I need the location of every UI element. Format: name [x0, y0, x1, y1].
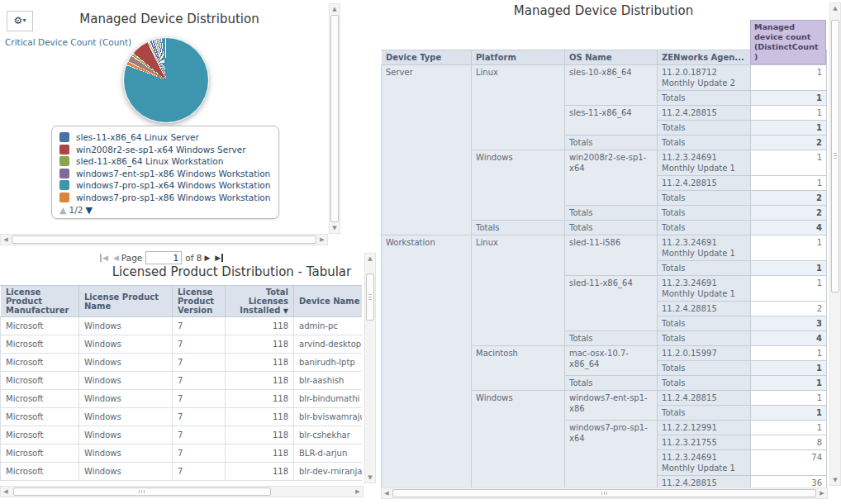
managed-panel-vertical-scrollbar[interactable]: ▲ ▼: [829, 2, 841, 486]
scroll-right-icon[interactable]: ▶: [353, 487, 363, 497]
scrollbar-thumb[interactable]: [13, 487, 271, 496]
legend-swatch-icon: [59, 193, 69, 202]
table-cell: Microsoft: [1, 463, 79, 481]
legend-item-label: windows7-ent-sp1-x86 Windows Workstation: [76, 169, 270, 178]
licensed-panel-horizontal-scrollbar[interactable]: ◀ ▶: [0, 486, 363, 497]
managed-device-panel: Managed Device Distribution Device Type …: [381, 0, 841, 504]
legend-swatch-icon: [59, 180, 69, 190]
table-cell: 11.2.3.24691 Monthly Update 1: [658, 276, 751, 302]
table-cell: blr-bindumathi: [294, 390, 363, 408]
pie-panel-horizontal-scrollbar[interactable]: ◀ ▶: [0, 234, 328, 245]
table-cell: banirudh-lptp: [294, 354, 363, 372]
gear-icon: ⚙: [14, 15, 23, 26]
managed-panel-horizontal-scrollbar[interactable]: ◀ ▶: [381, 487, 828, 499]
table-header-row: License Product Manufacturer License Pro…: [1, 286, 363, 317]
scroll-down-icon[interactable]: ▼: [830, 475, 840, 485]
table-cell: windows7-pro-sp1-x64: [565, 421, 658, 488]
table-cell: Windows: [79, 445, 173, 463]
last-page-icon[interactable]: ▶: [215, 254, 223, 262]
legend-item-label: windows7-pro-sp1-x64 Windows Workstation: [76, 180, 270, 190]
table-cell: Totals: [472, 221, 565, 235]
table-cell: 74: [751, 450, 827, 476]
pie-chart[interactable]: [123, 37, 209, 123]
managed-device-table: Device Type Platform OS Name ZENworks Ag…: [381, 50, 827, 487]
table-cell: 7: [173, 426, 226, 445]
table-cell: 1: [751, 421, 827, 435]
scroll-up-icon[interactable]: ▲: [830, 3, 840, 13]
table-cell: 11.2.4.28815: [658, 476, 751, 488]
table-cell: 1: [751, 346, 827, 361]
table-cell: 118: [226, 335, 294, 354]
table-cell: Windows: [79, 317, 173, 335]
table-cell: 1: [751, 91, 827, 106]
table-cell: Totals: [565, 206, 658, 221]
table-cell: sles-10-x86_64: [565, 65, 658, 106]
table-cell: Totals: [658, 331, 751, 346]
table-cell: 7: [173, 408, 226, 426]
scrollbar-thumb[interactable]: [831, 20, 839, 292]
panel-settings-button[interactable]: ⚙▾: [7, 11, 33, 31]
table-cell: Microsoft: [1, 408, 79, 426]
pie-metric-label: Critical Device Count (Count): [5, 37, 131, 47]
table-cell: 11.2.4.28815: [658, 302, 751, 316]
table-cell: 118: [226, 463, 294, 481]
scroll-up-icon[interactable]: ▲: [365, 254, 375, 264]
next-page-icon[interactable]: ▶: [204, 254, 210, 262]
managed-table-viewport: Device Type Platform OS Name ZENworks Ag…: [381, 50, 828, 487]
column-header-zenworks-agent[interactable]: ZENworks Agen...: [658, 50, 751, 65]
table-row: MicrosoftWindows7118blr-bindumathi: [1, 390, 363, 408]
dashboard: ⚙▾ Managed Device Distribution Critical …: [0, 0, 841, 504]
table-cell: Windows: [79, 354, 173, 372]
legend-page-up-icon[interactable]: ▲: [59, 205, 66, 216]
scroll-right-icon[interactable]: ▶: [817, 488, 827, 498]
table-row: MicrosoftWindows7118BLR-d-arjun: [1, 445, 363, 463]
column-header-version[interactable]: License Product Version: [173, 286, 226, 317]
scroll-right-icon[interactable]: ▶: [317, 235, 327, 245]
column-header-device-type[interactable]: Device Type: [382, 50, 472, 65]
previous-page-icon[interactable]: ◀: [113, 254, 119, 262]
scroll-down-icon[interactable]: ▼: [330, 223, 340, 233]
scroll-down-icon[interactable]: ▼: [365, 473, 375, 483]
scrollbar-thumb[interactable]: [392, 489, 816, 497]
table-cell: blr-bviswamraju: [294, 408, 363, 426]
table-cell: Totals: [565, 221, 658, 235]
scrollbar-thumb[interactable]: [330, 15, 339, 222]
column-header-total-licenses[interactable]: Total Licenses Installed ▼: [226, 286, 294, 317]
table-cell: 1: [751, 150, 827, 176]
column-header-device-name[interactable]: Device Name: [294, 286, 363, 317]
licensed-panel-vertical-scrollbar[interactable]: ▲ ▼: [364, 253, 376, 483]
pie-panel-vertical-scrollbar[interactable]: ▲ ▼: [329, 3, 340, 234]
table-cell: 7: [173, 463, 226, 481]
legend-page-down-icon[interactable]: ▼: [85, 205, 92, 216]
table-cell: Microsoft: [1, 445, 79, 463]
table-cell: Windows: [79, 408, 173, 426]
table-cell: 7: [173, 390, 226, 408]
scrollbar-thumb[interactable]: [366, 273, 374, 321]
column-header-product-name[interactable]: License Product Name: [79, 286, 173, 317]
legend-swatch-icon: [59, 145, 69, 155]
page-number-input[interactable]: [145, 251, 182, 264]
column-header-os-name[interactable]: OS Name: [565, 50, 658, 65]
scrollbar-thumb[interactable]: [12, 235, 316, 244]
scroll-left-icon[interactable]: ◀: [1, 487, 11, 497]
scroll-left-icon[interactable]: ◀: [382, 488, 392, 498]
table-cell: windows7-ent-sp1-x86: [565, 391, 658, 421]
table-cell: Totals: [658, 206, 751, 221]
table-cell: 1: [751, 376, 827, 391]
table-cell: Totals: [658, 221, 751, 235]
pie-legend: sles-11-x86_64 Linux Serverwin2008r2-se-…: [51, 126, 279, 219]
column-header-managed-device-count[interactable]: Managed device count (DistinctCount ): [750, 20, 826, 64]
column-header-platform[interactable]: Platform: [472, 50, 565, 65]
table-row: MicrosoftWindows7118banirudh-lptp: [1, 354, 363, 372]
table-cell: 1: [751, 176, 827, 191]
table-row: WorkstationLinuxsled-11-i58611.2.3.24691…: [382, 235, 827, 261]
scroll-left-icon[interactable]: ◀: [1, 235, 11, 245]
legend-item-label: windows7-pro-sp1-x86 Windows Workstation: [76, 193, 270, 202]
column-header-manufacturer[interactable]: License Product Manufacturer: [1, 286, 79, 317]
legend-item-label: win2008r2-se-sp1-x64 Windows Server: [76, 145, 246, 155]
first-page-icon[interactable]: ◀: [100, 254, 108, 262]
scroll-up-icon[interactable]: ▲: [330, 4, 340, 14]
table-cell: 118: [226, 445, 294, 463]
table-cell: 11.2.3.21755: [658, 435, 751, 450]
table-cell: 4: [751, 221, 827, 235]
